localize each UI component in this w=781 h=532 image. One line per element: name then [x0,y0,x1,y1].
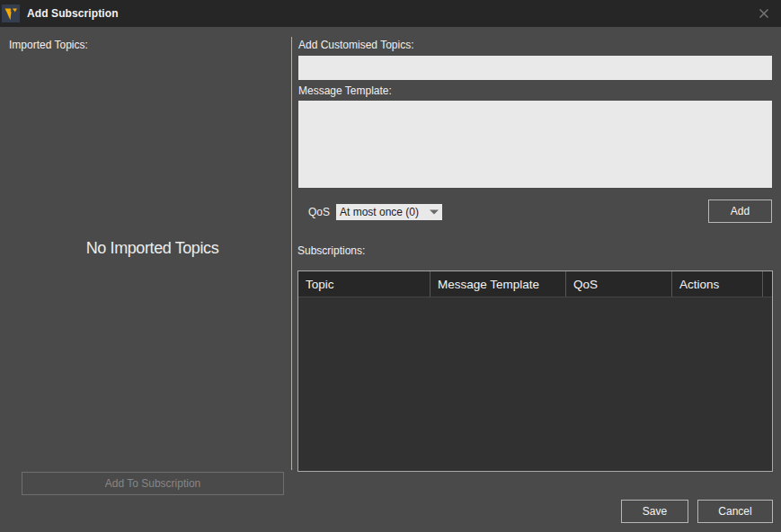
chevron-down-icon [426,209,442,215]
add-to-subscription-button[interactable]: Add To Subscription [22,472,284,495]
imported-topics-label: Imported Topics: [9,39,88,51]
column-header-message-template[interactable]: Message Template [430,271,566,297]
qos-selected-value: At most once (0) [336,206,426,218]
window-title: Add Subscription [27,0,119,27]
add-customised-topics-label: Add Customised Topics: [298,39,414,51]
subscriptions-table-body [298,297,772,471]
column-header-qos[interactable]: QoS [566,271,672,297]
save-button[interactable]: Save [621,500,688,523]
subscriptions-table: Topic Message Template QoS Actions [297,270,773,472]
message-template-textarea[interactable] [298,101,772,188]
column-header-topic[interactable]: Topic [298,271,430,297]
close-icon[interactable] [751,0,777,27]
customised-topic-input[interactable] [298,56,772,80]
imported-topics-empty-message: No Imported Topics [22,239,283,258]
app-logo-icon [2,4,20,22]
qos-dropdown[interactable]: At most once (0) [336,204,442,220]
column-header-actions[interactable]: Actions [672,271,763,297]
qos-label: QoS [308,206,330,218]
column-header-filler [763,271,772,297]
cancel-button[interactable]: Cancel [697,500,773,523]
subscriptions-label: Subscriptions: [297,244,365,257]
message-template-label: Message Template: [298,84,392,97]
subscriptions-table-header: Topic Message Template QoS Actions [298,271,772,297]
add-button[interactable]: Add [708,200,772,223]
add-subscription-dialog: Add Subscription Imported Topics: No Imp… [0,0,781,532]
panel-divider [291,37,292,470]
titlebar: Add Subscription [0,0,781,27]
